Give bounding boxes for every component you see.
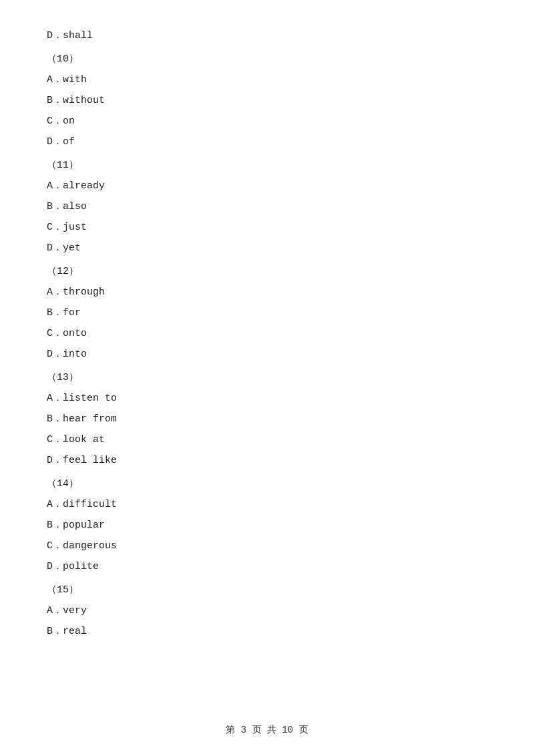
question-number: （11） — [47, 156, 487, 174]
option-line: C．just — [47, 218, 487, 236]
option-line: A．through — [47, 283, 487, 301]
option-line: B．also — [47, 198, 487, 216]
option-line: A．difficult — [47, 496, 487, 514]
option-line: B．popular — [47, 516, 487, 534]
option-line: C．on — [47, 112, 487, 130]
question-number: （15） — [47, 581, 487, 599]
page-content: D．shall（10）A．withB．withoutC．onD．of（11）A．… — [0, 0, 534, 683]
option-line: A．with — [47, 71, 487, 89]
question-number: （14） — [47, 475, 487, 493]
option-line: A．very — [47, 602, 487, 620]
option-line: B．for — [47, 304, 487, 322]
question-number: （13） — [47, 369, 487, 387]
option-line: B．real — [47, 622, 487, 640]
option-line: C．onto — [47, 325, 487, 343]
option-line: A．already — [47, 177, 487, 195]
option-line: D．yet — [47, 239, 487, 257]
question-number: （12） — [47, 262, 487, 280]
option-line: D．feel like — [47, 451, 487, 469]
option-line: D．polite — [47, 558, 487, 576]
option-line: D．shall — [47, 27, 487, 45]
option-line: D．of — [47, 133, 487, 151]
option-line: A．listen to — [47, 389, 487, 407]
option-line: C．dangerous — [47, 537, 487, 555]
option-line: B．without — [47, 91, 487, 110]
page-footer: 第 3 页 共 10 页 — [0, 724, 534, 736]
option-line: C．look at — [47, 431, 487, 449]
option-line: D．into — [47, 345, 487, 363]
option-line: B．hear from — [47, 410, 487, 428]
question-number: （10） — [47, 50, 487, 68]
